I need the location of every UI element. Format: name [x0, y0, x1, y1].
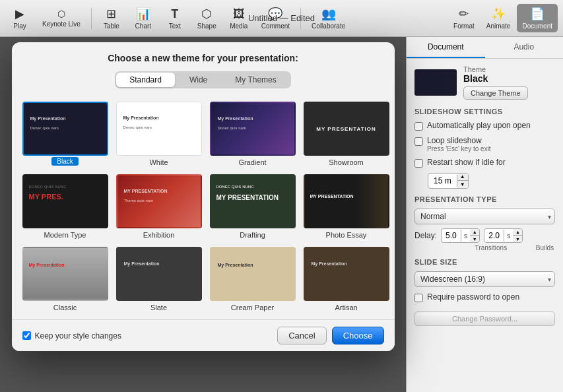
media-label: Media — [230, 22, 248, 30]
tab-my-themes[interactable]: My Themes — [222, 73, 289, 87]
change-theme-button[interactable]: Change Theme — [463, 86, 528, 100]
theme-showroom[interactable]: MY PRESENTATION Showroom — [304, 102, 389, 166]
theme-drafting[interactable]: DONEC QUIS NUNC MY PRESENTATION Drafting — [210, 174, 296, 239]
theme-exhibition[interactable]: MY PRESENTATION Theme quis nam Exhibitio… — [116, 174, 202, 239]
theme-name-creampaper: Cream Paper — [231, 304, 274, 311]
theme-thumb-slate: My Presentation — [116, 247, 202, 301]
collaborate-label: Collaborate — [312, 22, 345, 30]
theme-grid: My Presentation Donec quis nam Black My … — [12, 94, 395, 319]
table-button[interactable]: ⊞ Table — [97, 4, 126, 32]
collaborate-icon: 👥 — [321, 7, 336, 21]
document-button[interactable]: 📄 Document — [517, 4, 558, 32]
builds-label: Builds — [536, 244, 554, 251]
keynote-live-button[interactable]: ⬡ Keynote Live — [37, 6, 86, 30]
theme-thumb-classic: My Presentation — [22, 247, 108, 301]
slide-size-title: Slide Size — [414, 258, 555, 266]
chart-icon: 📊 — [136, 7, 150, 21]
auto-play-label: Automatically play upon open — [427, 121, 531, 130]
theme-name-photoessay: Photo Essay — [326, 231, 367, 239]
build-down-button[interactable]: ▼ — [513, 236, 522, 242]
slide-size-select[interactable]: Widescreen (16:9) — [414, 271, 555, 287]
shape-icon: ⬡ — [201, 7, 212, 21]
loop-label: Loop slideshow — [427, 136, 491, 145]
animate-button[interactable]: ✨ Animate — [481, 4, 516, 32]
shape-button[interactable]: ⬡ Shape — [192, 4, 222, 32]
transition-down-button[interactable]: ▼ — [470, 236, 479, 242]
auto-play-row: Automatically play upon open — [414, 121, 555, 131]
modal-footer: Keep your style changes Cancel Choose — [12, 319, 395, 351]
build-arrows: ▲ ▼ — [513, 229, 522, 242]
theme-name-white: White — [149, 158, 168, 166]
format-button[interactable]: ✏ Format — [448, 4, 480, 32]
loop-checkbox[interactable] — [414, 137, 423, 146]
choose-button[interactable]: Choose — [332, 327, 384, 344]
require-password-checkbox[interactable] — [414, 294, 423, 302]
keep-style-row: Keep your style changes — [22, 331, 121, 341]
format-icon: ✏ — [459, 7, 469, 21]
theme-creampaper[interactable]: My Presentation Cream Paper — [210, 247, 296, 311]
toolbar-right: ✏ Format ✨ Animate 📄 Document — [448, 4, 558, 32]
restart-checkbox[interactable] — [414, 159, 423, 168]
theme-thumb-white: My Presentation Donec quis nam — [116, 102, 202, 156]
media-icon: 🖼 — [233, 7, 245, 21]
tab-wide[interactable]: Wide — [176, 73, 220, 87]
build-unit: s — [504, 230, 513, 241]
theme-classic[interactable]: My Presentation Classic — [22, 247, 108, 311]
format-label: Format — [453, 22, 475, 30]
require-password-row: Require password to open Change Password… — [414, 292, 555, 326]
esc-hint: Press 'Esc' key to exit — [427, 145, 491, 152]
idle-up-button[interactable]: ▲ — [457, 174, 468, 181]
chart-button[interactable]: 📊 Chart — [129, 4, 158, 32]
slide-size-wrapper: Widescreen (16:9) — [414, 271, 555, 287]
chart-label: Chart — [135, 22, 151, 30]
keep-style-checkbox[interactable] — [22, 331, 31, 340]
transitions-label: Transitions — [475, 244, 508, 251]
theme-name-drafting: Drafting — [240, 231, 265, 239]
theme-artisan[interactable]: My Presentation Artisan — [304, 247, 389, 311]
theme-photoessay[interactable]: MY PRESENTATION Photo Essay — [304, 174, 389, 239]
table-icon: ⊞ — [106, 7, 116, 21]
idle-down-button[interactable]: ▼ — [457, 181, 468, 188]
idle-value: 15 m — [428, 175, 457, 187]
window-title: Untitled — Edited — [248, 13, 315, 23]
theme-name-moderntype: Modern Type — [44, 231, 86, 239]
theme-thumb-black: My Presentation Donec quis nam — [22, 102, 108, 156]
auto-play-checkbox[interactable] — [414, 122, 423, 131]
modal-tab-group: Standard Wide My Themes — [115, 71, 291, 88]
theme-info: Theme Black Change Theme — [463, 65, 528, 100]
presentation-type-select[interactable]: Normal — [414, 209, 555, 224]
theme-gradient[interactable]: My Presentation Donec quis nam Gradient — [210, 102, 296, 166]
modal-overlay: Choose a new theme for your presentation… — [0, 37, 406, 392]
panel-tab-document[interactable]: Document — [407, 37, 485, 58]
theme-moderntype[interactable]: DONEC QUIS NUNC MY PRES. Modern Type — [22, 174, 108, 239]
change-password-button: Change Password... — [414, 311, 555, 326]
theme-thumb-photoessay: MY PRESENTATION — [304, 174, 389, 228]
transition-delay-box: 5.0 s ▲ ▼ — [441, 228, 480, 243]
title-text: Untitled — Edited — [248, 13, 315, 23]
theme-name-gradient: Gradient — [238, 158, 266, 166]
panel-tab-audio[interactable]: Audio — [485, 37, 564, 58]
transition-unit: s — [461, 230, 471, 241]
theme-thumb-drafting: DONEC QUIS NUNC MY PRESENTATION — [210, 174, 296, 228]
delay-label: Delay: — [414, 231, 437, 240]
slide-size-section: Slide Size Widescreen (16:9) — [414, 258, 555, 287]
theme-thumb-creampaper: My Presentation — [210, 247, 296, 301]
build-value: 2.0 — [484, 230, 504, 242]
toolbar: ▶ Play ⬡ Keynote Live ⊞ Table 📊 Chart T … — [0, 0, 563, 37]
transition-up-button[interactable]: ▲ — [470, 229, 479, 236]
theme-name-artisan: Artisan — [335, 304, 357, 311]
theme-black[interactable]: My Presentation Donec quis nam Black — [22, 102, 108, 166]
theme-slate[interactable]: My Presentation Slate — [116, 247, 202, 311]
play-button[interactable]: ▶ Play — [5, 4, 34, 32]
text-icon: T — [171, 7, 178, 21]
theme-name-classic: Classic — [53, 304, 77, 311]
build-up-button[interactable]: ▲ — [513, 229, 522, 236]
cancel-button[interactable]: Cancel — [277, 327, 326, 344]
theme-white[interactable]: My Presentation Donec quis nam White — [116, 102, 202, 166]
theme-preview-row: Theme Black Change Theme — [414, 65, 555, 100]
text-button[interactable]: T Text — [160, 5, 189, 32]
modal-title: Choose a new theme for your presentation… — [22, 53, 384, 63]
shape-label: Shape — [197, 22, 216, 30]
table-label: Table — [104, 22, 119, 30]
tab-standard[interactable]: Standard — [116, 73, 175, 87]
